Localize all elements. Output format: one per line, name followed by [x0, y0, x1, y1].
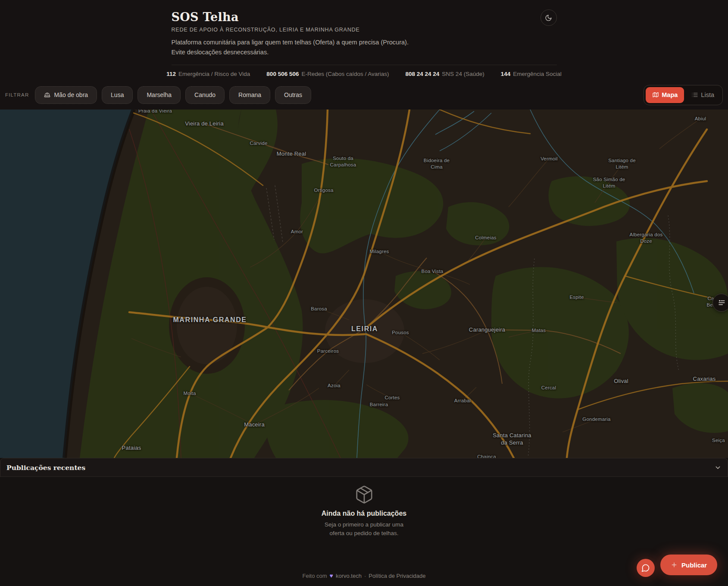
emergency-number: 808 24 24 24: [406, 71, 440, 77]
empty-subtitle-line-1: Seja o primeiro a publicar uma: [325, 520, 403, 529]
emergency-item: 112Emergência / Risco de Vida: [166, 71, 250, 77]
emergency-label: E-Redes (Cabos caídos / Avarias): [301, 71, 389, 77]
filter-chip-mao-de-obra[interactable]: Mão de obra: [35, 86, 97, 104]
theme-toggle-button[interactable]: [541, 9, 557, 26]
view-toggle: Mapa Lista: [644, 85, 723, 105]
toggle-label: Lista: [701, 91, 714, 98]
empty-state-subtitle: Seja o primeiro a publicar uma oferta ou…: [325, 520, 403, 538]
emergency-item: 800 506 506E-Redes (Cabos caídos / Avari…: [266, 71, 389, 77]
publications-header-bar[interactable]: Publicações recentes: [0, 458, 728, 477]
emergency-label: SNS 24 (Saúde): [442, 71, 484, 77]
emergency-item: 144Emergência Social: [501, 71, 562, 77]
privacy-policy-link[interactable]: Política de Privacidade: [369, 573, 425, 579]
view-toggle-list-button[interactable]: Lista: [685, 87, 721, 103]
emergency-number: 800 506 506: [266, 71, 299, 77]
filter-label: FILTRAR: [5, 92, 29, 97]
brand-link[interactable]: korvo.tech: [336, 573, 362, 579]
view-toggle-map-button[interactable]: Mapa: [646, 87, 684, 103]
heart-icon: ♥: [330, 572, 333, 579]
emergency-label: Emergência Social: [513, 71, 562, 77]
filter-chips: Mão de obra Lusa Marselha Canudo Romana …: [35, 86, 311, 104]
empty-subtitle-line-2: oferta ou pedido de telhas.: [325, 529, 403, 538]
empty-state-title: Ainda não há publicações: [322, 510, 406, 517]
chip-label: Lusa: [111, 91, 124, 98]
map-graphics: [0, 110, 728, 458]
page-title: SOS Telha: [172, 10, 557, 24]
header: SOS Telha REDE DE APOIO À RECONSTRUÇÃO, …: [0, 0, 728, 80]
filter-chip-outras[interactable]: Outras: [275, 86, 311, 104]
hard-hat-icon: [44, 92, 50, 98]
emergency-contacts: 112Emergência / Risco de Vida 800 506 50…: [172, 71, 557, 77]
footer: Feito com ♥ korvo.tech · Política de Pri…: [0, 553, 728, 586]
toggle-label: Mapa: [662, 91, 678, 98]
chip-label: Marselha: [147, 91, 172, 98]
chip-label: Mão de obra: [54, 91, 88, 98]
chip-label: Canudo: [194, 91, 216, 98]
description-line-1: Plataforma comunitária para ligar quem t…: [172, 38, 557, 47]
package-icon: [354, 485, 374, 505]
description-line-2: Evite deslocações desnecessárias.: [172, 47, 557, 57]
page-description: Plataforma comunitária para ligar quem t…: [172, 38, 557, 57]
emergency-item: 808 24 24 24SNS 24 (Saúde): [406, 71, 484, 77]
footer-made-with: Feito com: [303, 573, 327, 579]
filter-chip-marselha[interactable]: Marselha: [137, 86, 181, 104]
publications-title: Publicações recentes: [6, 464, 85, 472]
publish-label: Publicar: [681, 561, 707, 569]
chat-bubble-icon: [641, 564, 650, 572]
footer-separator: ·: [364, 573, 366, 579]
sos-telha-app: SOS Telha REDE DE APOIO À RECONSTRUÇÃO, …: [0, 0, 728, 586]
chip-label: Romana: [238, 91, 261, 98]
filter-bar: FILTRAR Mão de obra Lusa Marselha Canudo…: [0, 80, 728, 110]
filter-chip-lusa[interactable]: Lusa: [102, 86, 133, 104]
emergency-number: 144: [501, 71, 511, 77]
plus-icon: [671, 561, 678, 568]
emergency-label: Emergência / Risco de Vida: [178, 71, 250, 77]
publications-empty-state: Ainda não há publicações Seja o primeiro…: [0, 477, 728, 553]
list-icon: [691, 91, 698, 98]
emergency-number: 112: [166, 71, 176, 77]
publish-button[interactable]: Publicar: [660, 555, 717, 575]
page-subtitle: REDE DE APOIO À RECONSTRUÇÃO, LEIRIA E M…: [172, 27, 557, 33]
sliders-icon: [718, 299, 725, 307]
filter-chip-canudo[interactable]: Canudo: [185, 86, 225, 104]
header-divider: [172, 65, 557, 65]
chevron-down-icon: [714, 464, 722, 471]
map-icon: [652, 91, 659, 98]
chip-label: Outras: [284, 91, 302, 98]
chat-button[interactable]: [637, 559, 655, 577]
filter-chip-romana[interactable]: Romana: [229, 86, 270, 104]
moon-icon: [545, 14, 552, 22]
map-canvas[interactable]: Praia da VieiraVieira de LeiriaCarvideMo…: [0, 110, 728, 458]
map-layers-button[interactable]: [712, 294, 728, 312]
